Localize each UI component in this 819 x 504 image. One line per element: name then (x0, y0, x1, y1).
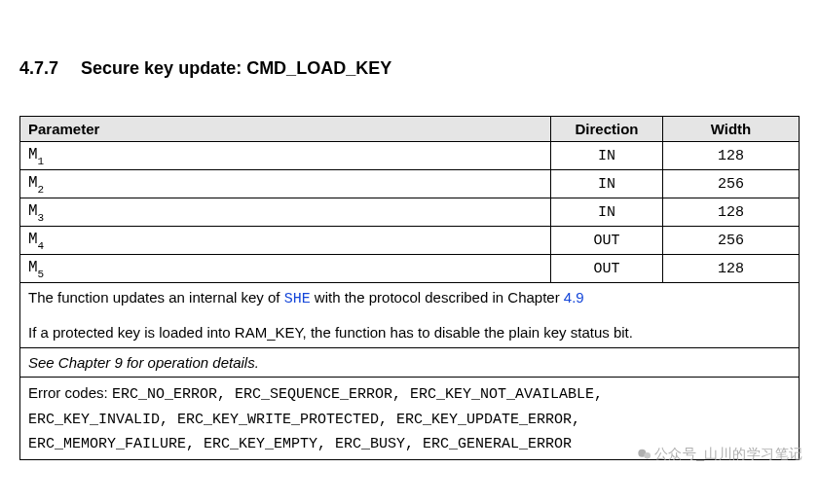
document-page: 4.7.7 Secure key update: CMD_LOAD_KEY Pa… (0, 0, 819, 504)
table-header-row: Parameter Direction Width (20, 117, 800, 142)
table-row: M1 IN 128 (20, 142, 800, 170)
table-row: M4 OUT 256 (20, 227, 800, 255)
cell-direction: IN (551, 142, 663, 170)
cell-direction: IN (551, 170, 663, 198)
error-codes-list-1: ERC_NO_ERROR, ERC_SEQUENCE_ERROR, ERC_KE… (112, 386, 603, 403)
col-header-parameter: Parameter (20, 117, 551, 142)
desc-mid: with the protocol described in Chapter (311, 289, 564, 306)
cell-width: 256 (663, 170, 800, 198)
table-row: M5 OUT 128 (20, 255, 800, 283)
she-ref: SHE (284, 291, 311, 307)
cell-param: M1 (20, 142, 551, 170)
error-codes-label: Error codes: (28, 384, 112, 401)
desc-pre: The function updates an internal key of (28, 289, 284, 306)
cell-param: M4 (20, 227, 551, 255)
cell-direction: IN (551, 198, 663, 227)
desc-ramkey: If a protected key is loaded into RAM_KE… (28, 324, 633, 341)
cell-width: 256 (663, 227, 800, 255)
cell-width: 128 (663, 198, 800, 227)
error-codes-list-3: ERC_MEMORY_FAILURE, ERC_KEY_EMPTY, ERC_B… (28, 436, 572, 452)
description-cell: The function updates an internal key of … (20, 283, 800, 348)
section-title: Secure key update: CMD_LOAD_KEY (81, 58, 391, 78)
cell-param: M2 (20, 170, 551, 198)
error-codes-list-2: ERC_KEY_INVALID, ERC_KEY_WRITE_PROTECTED… (28, 412, 580, 428)
cell-param: M3 (20, 198, 551, 227)
error-codes-row: Error codes: ERC_NO_ERROR, ERC_SEQUENCE_… (20, 378, 800, 460)
table-row: M3 IN 128 (20, 198, 800, 227)
cell-width: 128 (663, 255, 800, 283)
see-chapter-row: See Chapter 9 for operation details. (20, 347, 800, 378)
error-codes-cell: Error codes: ERC_NO_ERROR, ERC_SEQUENCE_… (20, 378, 800, 460)
col-header-direction: Direction (551, 117, 663, 142)
cell-direction: OUT (551, 255, 663, 283)
section-heading: 4.7.7 Secure key update: CMD_LOAD_KEY (19, 58, 800, 79)
cell-direction: OUT (551, 227, 663, 255)
section-number: 4.7.7 (19, 58, 58, 79)
col-header-width: Width (663, 117, 800, 142)
see-chapter-cell: See Chapter 9 for operation details. (20, 347, 800, 378)
cell-param: M5 (20, 255, 551, 283)
description-row: The function updates an internal key of … (20, 283, 800, 348)
table-row: M2 IN 256 (20, 170, 800, 198)
parameter-table: Parameter Direction Width M1 IN 128 M2 I… (19, 116, 800, 460)
cell-width: 128 (663, 142, 800, 170)
chapter-ref-link[interactable]: 4.9 (564, 289, 584, 306)
